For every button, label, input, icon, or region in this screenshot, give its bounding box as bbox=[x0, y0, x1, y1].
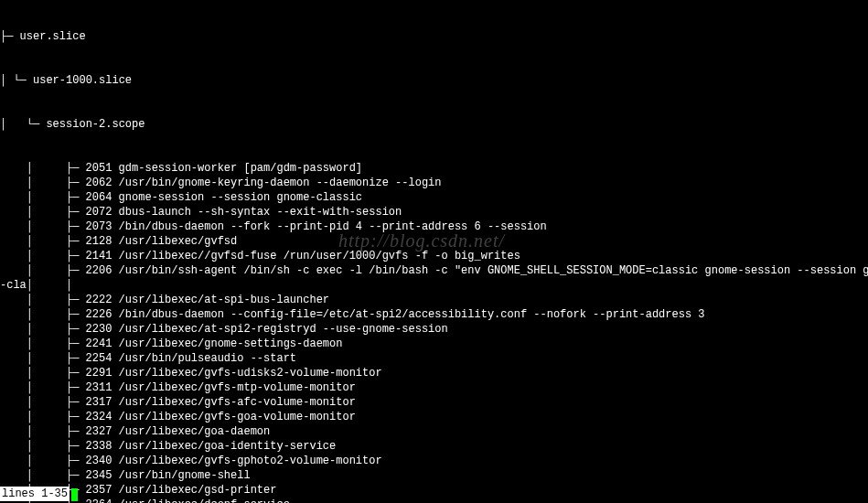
process-list: │ ├─ 2051 gdm-session-worker [pam/gdm-pa… bbox=[0, 161, 868, 503]
process-line: │ ├─ 2311 /usr/libexec/gvfs-mtp-volume-m… bbox=[0, 380, 868, 395]
process-line: │ ├─ 2222 /usr/libexec/at-spi-bus-launch… bbox=[0, 293, 868, 307]
process-line: │ ├─ 2291 /usr/libexec/gvfs-udisks2-volu… bbox=[0, 366, 868, 380]
tree-branch: │ └─ bbox=[0, 118, 46, 131]
tree-root: ├─ user.slice bbox=[0, 29, 868, 44]
process-line: │ ├─ 2062 /usr/bin/gnome-keyring-daemon … bbox=[0, 176, 868, 190]
process-line: │ ├─ 2327 /usr/libexec/goa-daemon bbox=[0, 424, 868, 439]
process-line: │ ├─ 2338 /usr/libexec/goa-identity-serv… bbox=[0, 439, 868, 454]
process-line: │ ├─ 2345 /usr/bin/gnome-shell bbox=[0, 468, 868, 483]
process-line: │ ├─ 2128 /usr/libexec/gvfsd bbox=[0, 234, 868, 249]
tree-branch: ├─ bbox=[0, 30, 20, 43]
process-line: │ ├─ 2254 /usr/bin/pulseaudio --start bbox=[0, 351, 868, 366]
process-line: │ ├─ 2324 /usr/libexec/gvfs-goa-volume-m… bbox=[0, 410, 868, 424]
process-line: │ ├─ 2357 /usr/libexec/gsd-printer bbox=[0, 483, 868, 498]
process-line: │ ├─ 2206 /usr/bin/ssh-agent /bin/sh -c … bbox=[0, 263, 868, 278]
process-line: │ ├─ 2141 /usr/libexec//gvfsd-fuse /run/… bbox=[0, 249, 868, 263]
process-line: │ ├─ 2051 gdm-session-worker [pam/gdm-pa… bbox=[0, 161, 868, 176]
process-line: │ ├─ 2317 /usr/libexec/gvfs-afc-volume-m… bbox=[0, 395, 868, 410]
process-line: │ ├─ 2340 /usr/libexec/gvfs-gphoto2-volu… bbox=[0, 454, 868, 468]
process-line: │ ├─ 2230 /usr/libexec/at-spi2-registryd… bbox=[0, 322, 868, 337]
terminal-output: ├─ user.slice │ └─ user-1000.slice │ └─ … bbox=[0, 0, 868, 503]
process-line: │ ├─ 2072 dbus-launch --sh-syntax --exit… bbox=[0, 205, 868, 219]
process-line: │ ├─ 2073 /bin/dbus-daemon --fork --prin… bbox=[0, 219, 868, 234]
process-line: │ ├─ 2241 /usr/libexec/gnome-settings-da… bbox=[0, 337, 868, 351]
tree-branch: │ └─ bbox=[0, 74, 33, 87]
cursor bbox=[71, 488, 78, 501]
process-line: -cla│ │ bbox=[0, 278, 868, 293]
process-line: │ ├─ 2226 /bin/dbus-daemon --config-file… bbox=[0, 307, 868, 322]
pager-status: lines 1-35 bbox=[0, 487, 70, 501]
tree-scope: │ └─ session-2.scope bbox=[0, 117, 868, 132]
process-line: │ ├─ 2064 gnome-session --session gnome-… bbox=[0, 190, 868, 205]
process-line: │ ├─ 2364 /usr/libexec/dconf-service bbox=[0, 498, 868, 503]
tree-sub: │ └─ user-1000.slice bbox=[0, 73, 868, 88]
